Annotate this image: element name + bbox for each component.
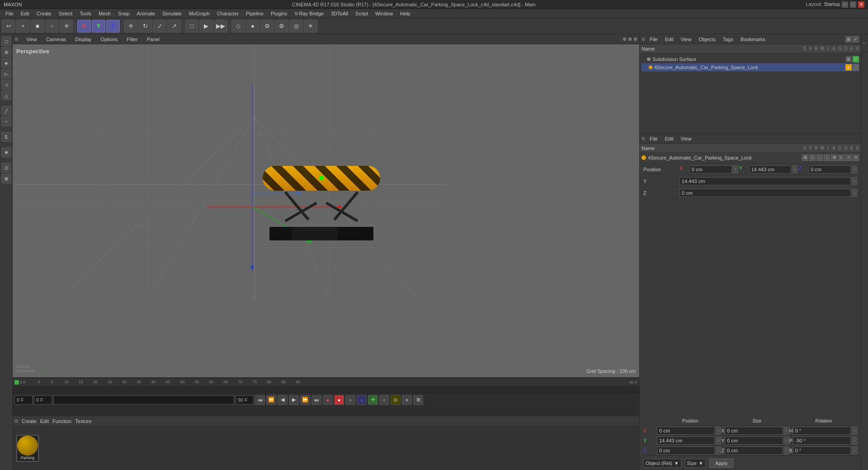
cube-button[interactable]: ■ (31, 20, 44, 33)
render-picture-button[interactable]: ▶▶ (214, 20, 227, 33)
keyframe-button[interactable]: ⬦ (357, 395, 367, 405)
om-dot-icon[interactable]: · (853, 64, 859, 70)
viewport-icon-2[interactable]: ⊕ (628, 36, 632, 42)
mode-btn-7[interactable]: ╱ (1, 106, 11, 116)
menu-script[interactable]: Script (352, 10, 372, 17)
next-key-button[interactable]: ⏩ (300, 395, 310, 405)
close-button[interactable]: ✕ (858, 1, 864, 8)
am-icon-1[interactable]: ⊞ (802, 155, 808, 161)
om-tags-menu[interactable]: Tags (720, 36, 736, 43)
attr-z-pos-input[interactable]: 0 cm (657, 446, 715, 455)
attr-z-size-arrow[interactable]: ↕ (784, 446, 789, 455)
timeline-track[interactable] (13, 387, 639, 392)
menu-help[interactable]: Help (396, 10, 414, 17)
scale-tool[interactable]: ⤢ (153, 20, 166, 33)
menu-file[interactable]: File (2, 10, 17, 17)
attr-y-pos-arrow[interactable]: ↕ (716, 437, 721, 445)
attr-pos-x-arrow[interactable]: ↕ (733, 165, 738, 174)
torus-button[interactable]: ○ (45, 20, 59, 33)
menu-animate[interactable]: Animate (133, 10, 159, 17)
mat-function-menu[interactable]: Function (52, 418, 71, 424)
options-menu[interactable]: Options (98, 36, 120, 43)
apply-button[interactable]: Apply (709, 459, 734, 468)
mode-btn-5[interactable]: ◁ (1, 80, 11, 89)
menu-mograph[interactable]: MoGraph (185, 10, 213, 17)
attr-size-y-input[interactable]: 14.443 cm (679, 177, 851, 185)
viewport[interactable]: Perspective Grid Spacing : 100 cm X Y Z … (13, 44, 639, 377)
attr-pos-z-arrow[interactable]: ↕ (852, 165, 857, 174)
om-edit-menu[interactable]: Edit (662, 36, 676, 43)
attr-x-size-input[interactable]: 0 cm (725, 427, 783, 435)
attr-x-rot-input[interactable]: 0 ° (793, 427, 851, 435)
play-forward-button[interactable]: ▶ (289, 395, 299, 405)
attr-x-rot-arrow[interactable]: ↕ (852, 427, 857, 435)
am-icon-8[interactable]: ✕ (853, 155, 859, 161)
render-settings-button[interactable]: ◎ (289, 20, 303, 33)
menu-3dtoall[interactable]: 3DToAll (327, 10, 352, 17)
om-bookmarks-menu[interactable]: Bookmarks (738, 36, 768, 43)
mode-btn-9[interactable]: $ (1, 132, 11, 142)
object-mode-button[interactable]: ● (246, 20, 259, 33)
attr-x-pos-input[interactable]: 0 cm (657, 427, 715, 435)
attr-y-size-input[interactable]: 0 cm (725, 437, 783, 445)
auto-key-button[interactable]: ● (334, 395, 344, 405)
om-item-parking[interactable]: 4Secure_Automatic_Car_Parking_Space_Lock… (642, 63, 859, 71)
select-tool[interactable]: ↗ (167, 20, 181, 33)
menu-character[interactable]: Character (213, 10, 242, 17)
light-button[interactable]: ☀ (304, 20, 317, 33)
menu-vray[interactable]: V-Ray Bridge (291, 10, 327, 17)
om-item-subdivision[interactable]: Subdivision Surface ⊞ ✓ (642, 55, 859, 63)
menu-simulate[interactable]: Simulate (159, 10, 185, 17)
attr-pos-y-input[interactable]: 14.443 cm (749, 165, 792, 174)
menu-edit[interactable]: Edit (17, 10, 33, 17)
attr-y-pos-input[interactable]: 14.443 cm (657, 437, 715, 445)
render-region-button[interactable]: □ (185, 20, 198, 33)
mode-btn-1[interactable]: ◻ (1, 36, 11, 46)
filter-menu[interactable]: Filter (124, 36, 140, 43)
am-file-menu[interactable]: File (647, 135, 660, 142)
timeline-scrubber[interactable] (53, 395, 234, 404)
om-objects-menu[interactable]: Objects (696, 36, 718, 43)
mode-btn-10[interactable]: ❋ (1, 147, 11, 157)
mode-btn-8[interactable]: ~ (1, 117, 11, 127)
mode-btn-6[interactable]: △ (1, 90, 11, 100)
record-button[interactable]: ● (323, 395, 333, 405)
add-button[interactable]: + (16, 20, 30, 33)
om-tag-icon[interactable]: ■ (845, 64, 852, 70)
viewport-icon-3[interactable]: ⊕ (633, 36, 637, 42)
attr-pos-z-rowinput[interactable]: 0 cm (679, 189, 851, 197)
mode-btn-3[interactable]: ◈ (1, 58, 11, 68)
undo-button[interactable]: ↩ (2, 20, 15, 33)
am-icon-5[interactable]: ⚙ (831, 155, 837, 161)
first-frame-button[interactable]: ⏮ (255, 395, 265, 405)
settings-button[interactable]: ⚙ (260, 20, 274, 33)
menu-window[interactable]: Window (372, 10, 396, 17)
minimize-button[interactable]: ─ (842, 1, 848, 8)
frame-input[interactable]: 0 F (34, 395, 52, 404)
am-icon-4[interactable]: ↕ (824, 155, 830, 161)
z-axis-button[interactable]: Z (106, 20, 120, 33)
add-keyframe-button[interactable]: ✛ (368, 395, 378, 405)
menu-tools[interactable]: Tools (76, 10, 95, 17)
coord-system-dropdown[interactable]: Object (Rel) ▼ (643, 459, 681, 468)
mode-btn-2[interactable]: ⊞ (1, 47, 11, 57)
attr-y-rot-input[interactable]: -90 ° (793, 437, 851, 445)
mat-texture-menu[interactable]: Texture (75, 418, 91, 424)
am-view-menu[interactable]: View (678, 135, 694, 142)
mat-edit-menu[interactable]: Edit (40, 418, 49, 424)
am-icon-3[interactable]: – (816, 155, 823, 161)
attr-z-rot-arrow[interactable]: ↕ (852, 446, 857, 455)
om-view-btn2[interactable]: ✓ (853, 36, 859, 42)
attr-y-size-arrow[interactable]: ↕ (784, 437, 789, 445)
mat-create-menu[interactable]: Create (22, 418, 37, 424)
am-edit-menu[interactable]: Edit (662, 135, 676, 142)
am-icon-6[interactable]: ▷ (838, 155, 844, 161)
motion-key-button[interactable]: ○ (345, 395, 355, 405)
prev-key-button[interactable]: ⏪ (266, 395, 276, 405)
cameras-menu[interactable]: Cameras (43, 36, 69, 43)
polygon-button[interactable]: ◇ (231, 20, 245, 33)
attr-pos-z-rowarrow[interactable]: ↕ (852, 189, 857, 197)
timeline-options-button[interactable]: ⊞ (413, 395, 423, 405)
am-icon-2[interactable]: □ (809, 155, 816, 161)
size-mode-dropdown[interactable]: Size ▼ (685, 459, 706, 468)
